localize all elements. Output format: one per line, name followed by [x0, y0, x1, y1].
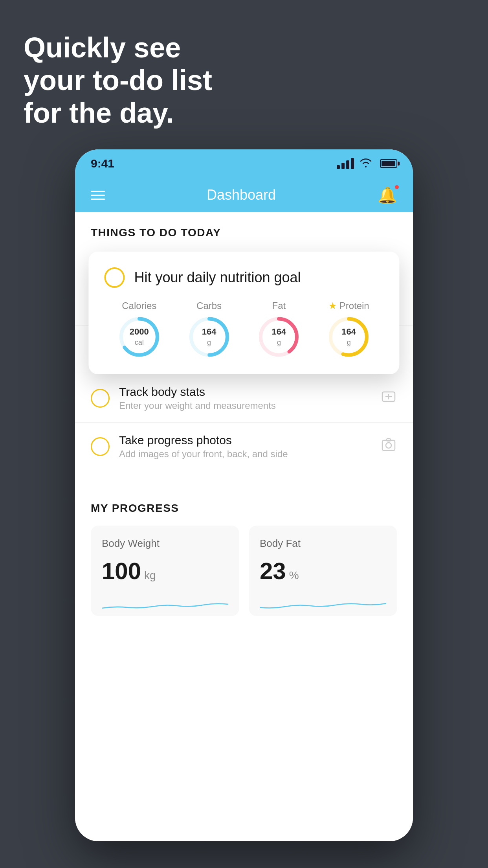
calories-label: Calories	[122, 300, 156, 311]
battery-icon	[380, 159, 397, 168]
todo-text-bodystats: Track body stats Enter your weight and m…	[119, 385, 371, 411]
phone-mockup: 9:41 Dashboard	[75, 149, 413, 841]
carbs-label: Carbs	[196, 300, 222, 311]
todo-circle-photos	[91, 437, 110, 456]
body-fat-value: 23 %	[260, 557, 386, 585]
macros-row: Calories 2000cal Carbs	[104, 300, 383, 359]
progress-section: MY PROGRESS Body Weight 100 kg Body	[75, 486, 413, 616]
body-weight-number: 100	[102, 557, 141, 585]
todo-text-photos: Take progress photos Add images of your …	[119, 434, 371, 460]
card-title-row: Hit your daily nutrition goal	[104, 267, 383, 288]
nav-bar: Dashboard 🔔	[75, 178, 413, 212]
macro-protein: ★ Protein 164g	[327, 300, 371, 359]
protein-label: ★ Protein	[328, 300, 369, 311]
todo-sub-photos: Add images of your front, back, and side	[119, 449, 371, 460]
body-fat-chart	[260, 592, 386, 616]
body-weight-chart	[102, 592, 228, 616]
headline-line2: your to-do list	[24, 64, 212, 97]
menu-button[interactable]	[91, 191, 105, 200]
photo-icon	[380, 436, 397, 457]
body-fat-number: 23	[260, 557, 286, 585]
todo-title-bodystats: Track body stats	[119, 385, 371, 399]
protein-ring: 164g	[327, 315, 371, 359]
headline: Quickly see your to-do list for the day.	[24, 31, 212, 129]
notification-button[interactable]: 🔔	[378, 186, 397, 204]
svg-rect-12	[382, 440, 395, 451]
headline-line3: for the day.	[24, 97, 212, 129]
scale-icon	[380, 388, 397, 409]
card-title: Hit your daily nutrition goal	[134, 269, 301, 286]
star-icon: ★	[328, 300, 337, 311]
notification-badge	[394, 184, 400, 190]
task-circle	[104, 267, 125, 288]
body-fat-title: Body Fat	[260, 537, 386, 550]
app-content: THINGS TO DO TODAY Hit your daily nutrit…	[75, 212, 413, 841]
clock: 9:41	[91, 157, 114, 170]
wifi-icon	[359, 157, 373, 170]
body-fat-card[interactable]: Body Fat 23 %	[249, 526, 397, 616]
nutrition-card: Hit your daily nutrition goal Calories 2…	[88, 252, 399, 374]
svg-point-13	[386, 443, 391, 448]
macro-calories: Calories 2000cal	[117, 300, 161, 359]
body-weight-title: Body Weight	[102, 537, 228, 550]
macro-fat: Fat 164g	[257, 300, 301, 359]
body-fat-unit: %	[289, 569, 299, 582]
carbs-value: 164g	[202, 327, 216, 348]
todo-progress-photos[interactable]: Take progress photos Add images of your …	[75, 422, 413, 471]
progress-title: MY PROGRESS	[91, 502, 397, 515]
protein-value: 164g	[341, 327, 356, 348]
todo-title-photos: Take progress photos	[119, 434, 371, 447]
signal-icon	[337, 158, 354, 169]
headline-line1: Quickly see	[24, 31, 212, 64]
body-weight-value: 100 kg	[102, 557, 228, 585]
fat-value: 164g	[272, 327, 286, 348]
macro-carbs: Carbs 164g	[187, 300, 231, 359]
calories-value: 2000cal	[130, 327, 149, 348]
fat-ring: 164g	[257, 315, 301, 359]
nav-title: Dashboard	[207, 187, 276, 203]
fat-label: Fat	[272, 300, 286, 311]
todo-sub-bodystats: Enter your weight and measurements	[119, 400, 371, 411]
carbs-ring: 164g	[187, 315, 231, 359]
body-weight-unit: kg	[144, 569, 156, 582]
progress-cards: Body Weight 100 kg Body Fat 23	[91, 526, 397, 616]
body-weight-card[interactable]: Body Weight 100 kg	[91, 526, 239, 616]
todo-body-stats[interactable]: Track body stats Enter your weight and m…	[75, 374, 413, 422]
calories-ring: 2000cal	[117, 315, 161, 359]
todo-circle-bodystats	[91, 389, 110, 408]
status-bar: 9:41	[75, 149, 413, 178]
things-to-do-header: THINGS TO DO TODAY	[75, 212, 413, 247]
status-icons	[337, 157, 397, 170]
